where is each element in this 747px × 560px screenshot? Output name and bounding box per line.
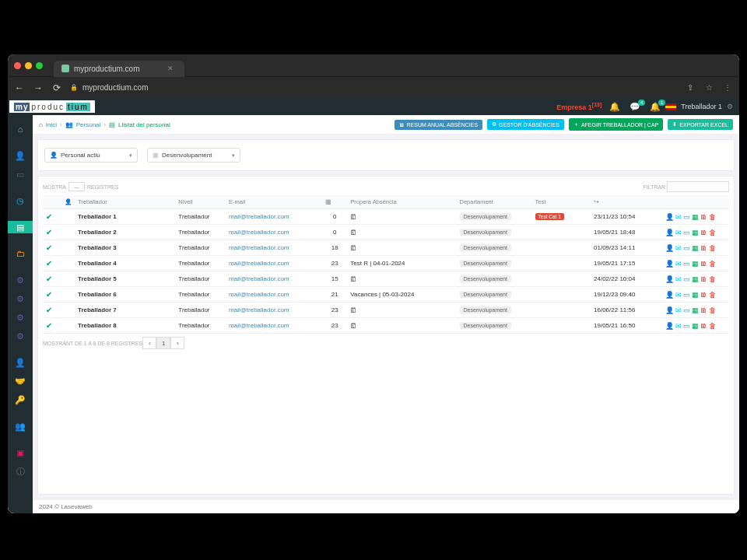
delete-icon[interactable]: 🗑 xyxy=(709,306,716,314)
col-login[interactable]: ↪ xyxy=(591,195,662,209)
table-row[interactable]: ✔Treballador 8Treballadormail@treballado… xyxy=(43,318,729,334)
afegir-button[interactable]: ＋AFEGIR TREBALLADOR | CAP xyxy=(569,118,663,131)
delete-icon[interactable]: 🗑 xyxy=(709,213,716,221)
card-icon[interactable]: ▭ xyxy=(683,213,690,221)
cell-email[interactable]: mail@treballador.com xyxy=(226,240,322,256)
cell-email[interactable]: mail@treballador.com xyxy=(226,303,322,318)
sidebar-home-icon[interactable]: ⌂ xyxy=(8,123,33,135)
calendar-icon[interactable]: 🗓 xyxy=(350,322,357,330)
gear-icon[interactable]: ⚙ xyxy=(727,103,733,110)
profile-icon[interactable]: 👤 xyxy=(665,213,674,221)
file-icon[interactable]: 🗎 xyxy=(700,213,707,221)
sidebar-users-icon[interactable]: 👥 xyxy=(8,420,33,432)
calendar-icon[interactable]: 🗓 xyxy=(350,275,357,283)
resum-button[interactable]: 🗎RESUM ANUAL ABSÈNCIES xyxy=(395,120,483,130)
kebab-menu-icon[interactable]: ⋮ xyxy=(722,83,733,92)
profile-icon[interactable]: 👤 xyxy=(665,291,674,299)
page-next-button[interactable]: › xyxy=(170,337,184,349)
sidebar-gear1-icon[interactable]: ⚙ xyxy=(8,274,33,286)
page-prev-button[interactable]: ‹ xyxy=(142,337,156,349)
calendar-icon[interactable]: 🗓 xyxy=(350,213,357,221)
nav-reload-icon[interactable]: ⟳ xyxy=(51,82,62,93)
share-icon[interactable]: ⇪ xyxy=(685,83,696,92)
card-icon[interactable]: ▭ xyxy=(683,260,690,268)
calendar-icon[interactable]: ▦ xyxy=(692,229,699,236)
tab-close-icon[interactable]: ✕ xyxy=(167,65,174,72)
calendar-icon[interactable]: ▦ xyxy=(692,213,699,221)
col-test[interactable]: Test xyxy=(532,195,591,209)
card-icon[interactable]: ▭ xyxy=(683,275,690,283)
col-dept[interactable]: Departament xyxy=(457,195,532,209)
window-close-icon[interactable] xyxy=(14,62,21,69)
bell-icon[interactable]: 🔔 xyxy=(609,102,620,112)
card-icon[interactable]: ▭ xyxy=(683,244,690,252)
sidebar-gear3-icon[interactable]: ⚙ xyxy=(8,311,33,324)
bookmark-icon[interactable]: ☆ xyxy=(703,83,714,92)
file-icon[interactable]: 🗎 xyxy=(700,229,707,236)
col-email[interactable]: E-mail xyxy=(226,195,322,209)
file-icon[interactable]: 🗎 xyxy=(700,306,707,314)
file-icon[interactable]: 🗎 xyxy=(700,244,707,252)
mail-icon[interactable]: ✉ xyxy=(675,213,682,221)
profile-icon[interactable]: 👤 xyxy=(665,275,674,283)
delete-icon[interactable]: 🗑 xyxy=(709,260,716,268)
sidebar-handshake-icon[interactable]: 🤝 xyxy=(8,375,33,387)
calendar-icon[interactable]: 🗓 xyxy=(350,244,357,252)
col-count[interactable]: ▦ xyxy=(322,195,347,209)
table-row[interactable]: ✔Treballador 1Treballadormail@treballado… xyxy=(43,209,729,225)
file-icon[interactable]: 🗎 xyxy=(700,291,707,299)
sidebar-report-icon[interactable]: ▣ xyxy=(8,446,33,459)
sidebar-user-icon[interactable]: 👤 xyxy=(8,149,33,162)
page-number[interactable]: 1 xyxy=(156,337,170,349)
profile-icon[interactable]: 👤 xyxy=(665,244,674,252)
mail-icon[interactable]: ✉ xyxy=(675,291,682,299)
delete-icon[interactable]: 🗑 xyxy=(709,322,716,330)
mail-icon[interactable]: ✉ xyxy=(675,275,682,283)
status-dropdown[interactable]: 👤 Personal actiu ▾ xyxy=(44,148,138,163)
crumb-section[interactable]: Personal xyxy=(76,121,101,128)
company-label[interactable]: Empresa 1[13] xyxy=(556,102,601,111)
table-row[interactable]: ✔Treballador 5Treballadormail@treballado… xyxy=(43,271,729,287)
card-icon[interactable]: ▭ xyxy=(683,306,690,314)
calendar-icon[interactable]: ▦ xyxy=(692,291,699,299)
calendar-icon[interactable]: 🗓 xyxy=(350,229,357,236)
table-row[interactable]: ✔Treballador 3Treballadormail@treballado… xyxy=(43,240,729,256)
col-level[interactable]: Nivell xyxy=(175,195,226,209)
cell-email[interactable]: mail@treballador.com xyxy=(226,318,322,334)
gestor-button[interactable]: ⚙GESTOR D'ABSÈNCIES xyxy=(487,119,564,130)
app-logo[interactable]: my produc tium xyxy=(9,100,95,113)
page-size-select[interactable]: — xyxy=(68,182,85,191)
table-row[interactable]: ✔Treballador 2Treballadormail@treballado… xyxy=(43,225,729,240)
delete-icon[interactable]: 🗑 xyxy=(709,291,716,299)
sidebar-gear2-icon[interactable]: ⚙ xyxy=(8,292,33,305)
table-row[interactable]: ✔Treballador 7Treballadormail@treballado… xyxy=(43,303,729,318)
mail-icon[interactable]: ✉ xyxy=(675,229,682,236)
card-icon[interactable]: ▭ xyxy=(683,229,690,236)
table-row[interactable]: ✔Treballador 6Treballadormail@treballado… xyxy=(43,287,729,303)
card-icon[interactable]: ▭ xyxy=(683,291,690,299)
department-dropdown[interactable]: ▦ Desenvolupament ▾ xyxy=(147,148,240,163)
card-icon[interactable]: ▭ xyxy=(683,322,690,330)
filter-input[interactable] xyxy=(667,181,729,192)
sidebar-clock-icon[interactable]: ◷ xyxy=(8,194,33,207)
sidebar-list-icon[interactable]: ▤ xyxy=(8,221,33,233)
calendar-icon[interactable]: ▦ xyxy=(692,275,699,283)
export-button[interactable]: ⬇EXPORTAR EXCEL xyxy=(668,119,733,130)
mail-icon[interactable]: ✉ xyxy=(675,322,682,330)
cell-email[interactable]: mail@treballador.com xyxy=(226,209,322,225)
sidebar-gear4-icon[interactable]: ⚙ xyxy=(8,330,33,342)
file-icon[interactable]: 🗎 xyxy=(700,260,707,268)
col-absence[interactable]: Propera Absència xyxy=(347,195,456,209)
delete-icon[interactable]: 🗑 xyxy=(709,229,716,236)
chat-icon[interactable]: 💬4 xyxy=(630,102,640,112)
cell-email[interactable]: mail@treballador.com xyxy=(226,256,322,271)
nav-forward-icon[interactable]: → xyxy=(33,82,44,93)
cell-email[interactable]: mail@treballador.com xyxy=(226,287,322,303)
cell-email[interactable]: mail@treballador.com xyxy=(226,271,322,287)
profile-icon[interactable]: 👤 xyxy=(665,306,674,314)
file-icon[interactable]: 🗎 xyxy=(700,322,707,330)
calendar-icon[interactable]: 🗓 xyxy=(350,306,357,314)
profile-icon[interactable]: 👤 xyxy=(665,260,674,268)
calendar-icon[interactable]: ▦ xyxy=(692,322,699,330)
calendar-icon[interactable]: ▦ xyxy=(692,306,699,314)
